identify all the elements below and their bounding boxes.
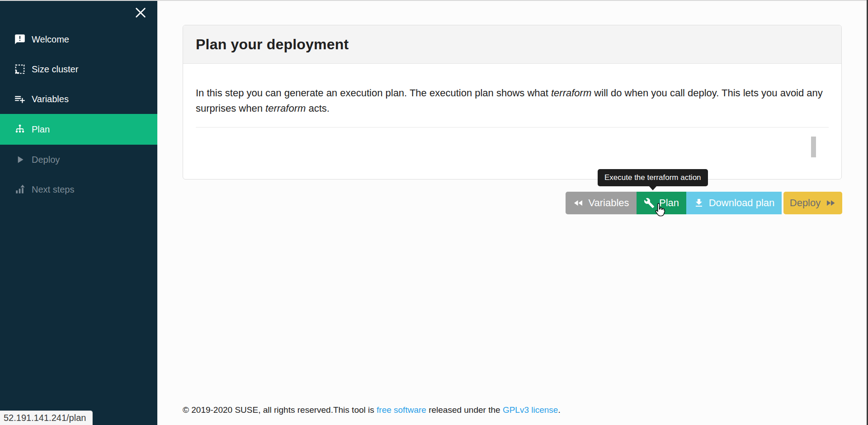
app-window: Welcome Size cluster Variables <box>0 0 868 425</box>
gplv3-license-link[interactable]: GPLv3 license <box>503 405 558 415</box>
sitemap-icon <box>14 123 26 136</box>
terraform-emphasis: terraform <box>551 87 591 99</box>
plan-description: In this step you can generate an executi… <box>196 85 829 116</box>
wrench-icon <box>644 198 655 208</box>
sidebar-item-label: Plan <box>32 124 50 135</box>
action-buttons: Variables Plan Download plan Deploy <box>566 192 842 214</box>
copyright-text: © 2019-2020 SUSE, all rights reserved.Th… <box>183 405 377 415</box>
announcement-icon <box>14 33 26 46</box>
sidebar: Welcome Size cluster Variables <box>0 0 157 425</box>
download-icon <box>693 198 704 208</box>
fast-forward-icon <box>825 198 836 208</box>
sidebar-item-deploy[interactable]: Deploy <box>0 145 157 175</box>
playlist-add-icon <box>14 93 26 105</box>
sidebar-item-welcome[interactable]: Welcome <box>0 24 157 54</box>
play-icon <box>14 154 26 166</box>
size-selection-icon <box>14 63 26 76</box>
terraform-emphasis: terraform <box>265 103 306 114</box>
deploy-button[interactable]: Deploy <box>783 192 842 214</box>
close-icon <box>133 5 148 21</box>
sidebar-item-plan[interactable]: Plan <box>0 114 157 145</box>
button-label: Variables <box>588 197 629 209</box>
sidebar-item-next-steps[interactable]: Next steps <box>0 175 157 204</box>
scrollbar-thumb[interactable] <box>811 137 816 157</box>
download-plan-button[interactable]: Download plan <box>686 192 782 214</box>
plan-card: Plan your deployment In this step you ca… <box>183 25 842 179</box>
close-button[interactable] <box>132 5 149 22</box>
card-header: Plan your deployment <box>183 25 841 64</box>
sidebar-item-size-cluster[interactable]: Size cluster <box>0 54 157 84</box>
sidebar-item-label: Deploy <box>32 155 60 165</box>
free-software-link[interactable]: free software <box>377 405 426 415</box>
button-label: Deploy <box>790 197 821 209</box>
button-label: Download plan <box>709 197 775 209</box>
window-top-edge <box>0 0 868 1</box>
wizard-nav: Welcome Size cluster Variables <box>0 24 157 204</box>
rewind-icon <box>573 198 584 208</box>
status-url-popup: 52.191.141.241/plan <box>0 411 93 425</box>
sidebar-item-label: Variables <box>32 94 69 104</box>
mouse-cursor <box>654 203 666 219</box>
variables-button[interactable]: Variables <box>566 192 637 214</box>
sidebar-item-label: Welcome <box>32 34 69 45</box>
card-body: In this step you can generate an executi… <box>183 64 841 179</box>
sidebar-item-label: Next steps <box>32 184 74 195</box>
bar-chart-icon <box>14 184 26 196</box>
tooltip-text: Execute the terraform action <box>604 173 701 182</box>
footer: © 2019-2020 SUSE, all rights reserved.Th… <box>183 405 561 415</box>
sidebar-item-variables[interactable]: Variables <box>0 84 157 114</box>
sidebar-item-label: Size cluster <box>32 64 78 75</box>
plan-output-area[interactable] <box>196 128 829 177</box>
page-title: Plan your deployment <box>196 36 349 53</box>
tooltip: Execute the terraform action <box>598 169 708 186</box>
